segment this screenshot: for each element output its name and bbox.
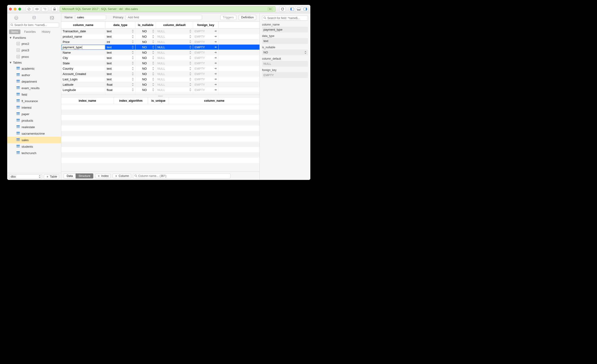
cell-column-default[interactable]: NULL [156,66,193,71]
cell-foreign-key[interactable]: EMPTY [193,61,219,66]
cell-is-nullable[interactable]: NO [135,55,156,61]
add-column-button[interactable]: ＋Column [113,174,131,178]
tab-data[interactable]: Data [63,174,76,179]
sidebar-item-table[interactable]: exam_results [7,85,61,91]
close-window-button[interactable] [9,8,12,10]
pane-resizer[interactable] [61,95,259,97]
cell-data-type[interactable]: text [105,77,135,82]
minimize-window-button[interactable] [14,8,16,10]
cell-column-name[interactable]: Name [61,50,105,55]
cell-foreign-key[interactable]: EMPTY [193,29,219,34]
cell-column-name[interactable]: City [61,55,105,61]
cell-foreign-key[interactable]: EMPTY [193,66,219,71]
cell-column-name[interactable]: payment_type [61,45,105,50]
cell-foreign-key[interactable]: EMPTY [193,34,219,39]
cell-column-default[interactable]: NULL [156,34,193,39]
column-search-input[interactable] [133,174,230,179]
cell-column-default[interactable]: NULL [156,29,193,34]
header-column-name-idx[interactable]: column_name [169,97,259,104]
header-index-algorithm[interactable]: index_algorithm [114,97,148,104]
cell-column-name[interactable]: Longitude [61,87,105,93]
table-name-field[interactable]: sales [75,15,106,20]
add-field-input[interactable] [126,15,202,20]
cell-data-type[interactable]: text [105,45,135,50]
cell-data-type[interactable]: text [105,61,135,66]
cell-column-name[interactable]: Transaction_date [61,29,105,34]
sidebar-item-table[interactable]: students [7,143,61,150]
cell-data-type[interactable]: text [105,55,135,61]
zoom-window-button[interactable] [18,8,21,10]
add-table-button[interactable]: ＋Table [44,174,59,179]
schema-select[interactable]: dbo [9,174,42,179]
sidebar-item-function[interactable]: proc2 [7,40,61,47]
sidebar-item-function[interactable]: proc3 [7,47,61,53]
sql-icon[interactable]: SQL [49,15,55,21]
sidebar-item-table[interactable]: field [7,91,61,98]
cell-is-nullable[interactable]: NO [135,50,156,55]
cell-column-default[interactable]: NULL [156,45,193,50]
panel-bottom-button[interactable] [296,7,302,12]
header-foreign-key[interactable]: foreign_key [193,22,219,29]
cell-data-type[interactable]: text [105,66,135,71]
sidebar-item-table[interactable]: techcrunch [7,150,61,156]
inspector-value[interactable]: EMPTY [262,72,308,78]
cell-column-name[interactable]: Account_Created [61,71,105,77]
inspector-search-input[interactable] [262,16,308,21]
cell-data-type[interactable]: float [105,87,135,93]
cell-foreign-key[interactable]: EMPTY [193,77,219,82]
cell-data-type[interactable]: text [105,29,135,34]
cell-foreign-key[interactable]: EMPTY [193,82,219,87]
cell-data-type[interactable]: float [105,82,135,87]
cell-is-nullable[interactable]: NO [135,77,156,82]
sidebar-item-table[interactable]: author [7,72,61,78]
header-is-nullable[interactable]: is_nullable [135,22,156,29]
cell-is-nullable[interactable]: NO [135,39,156,45]
cell-data-type[interactable]: int [105,39,135,45]
cell-is-nullable[interactable]: NO [135,71,156,77]
cell-column-name[interactable]: Country [61,66,105,71]
header-index-name[interactable]: index_name [61,97,114,104]
panel-left-button[interactable] [289,7,296,12]
header-is-unique[interactable]: is_unique [148,97,169,104]
cell-column-default[interactable]: NULL [156,55,193,61]
cell-column-default[interactable]: NULL [156,61,193,66]
view-button[interactable] [34,7,40,12]
cell-column-name[interactable]: Latitude [61,82,105,87]
connection-bar[interactable]: Microsoft SQL Server 2017 : SQL Server :… [60,6,275,12]
database-icon[interactable] [31,15,37,21]
reload-button[interactable] [279,7,286,12]
group-tables[interactable]: ▼Tables [7,60,61,65]
sidebar-item-table[interactable]: interest [7,104,61,111]
sidebar-item-table[interactable]: academic [7,65,61,72]
cell-is-nullable[interactable]: NO [135,34,156,39]
cell-foreign-key[interactable]: EMPTY [193,55,219,61]
cell-data-type[interactable]: text [105,50,135,55]
tab-structure[interactable]: Structure [76,174,93,179]
cell-foreign-key[interactable]: EMPTY [193,39,219,45]
cell-column-default[interactable]: NULL [156,71,193,77]
cell-column-name[interactable]: Last_Login [61,77,105,82]
panel-right-button[interactable] [302,7,308,12]
cell-is-nullable[interactable]: NO [135,61,156,66]
cell-column-default[interactable]: NULL [156,39,193,45]
inspector-value[interactable]: NO [262,49,308,55]
cell-data-type[interactable]: text [105,71,135,77]
cell-is-nullable[interactable]: NO [135,87,156,93]
plug-icon[interactable] [14,15,19,21]
sidebar-item-table[interactable]: sales [7,137,61,143]
sidebar-tab-history[interactable]: History [39,30,53,34]
outline-button[interactable] [41,7,48,12]
header-column-default[interactable]: column_default [156,22,193,29]
inspector-value[interactable]: NULL [262,61,308,67]
cell-is-nullable[interactable]: NO [135,29,156,34]
cell-column-default[interactable]: NULL [156,82,193,87]
group-functions[interactable]: ▼Functions [7,35,61,40]
cell-is-nullable[interactable]: NO [135,82,156,87]
inspector-value[interactable]: text [262,38,308,44]
cell-is-nullable[interactable]: NO [135,45,156,50]
sidebar-item-table[interactable]: realestate [7,124,61,130]
cell-data-type[interactable]: text [105,34,135,39]
sidebar-item-function[interactable]: procc [7,53,61,60]
header-data-type[interactable]: data_type [105,22,135,29]
sidebar-item-table[interactable]: department [7,78,61,85]
